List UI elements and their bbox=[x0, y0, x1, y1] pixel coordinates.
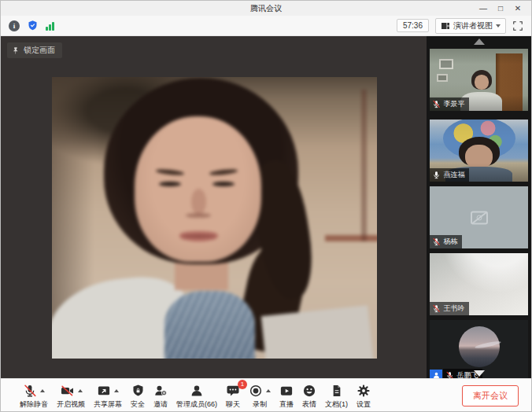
chevron-down-icon bbox=[496, 24, 501, 28]
window-controls: — □ ✕ bbox=[475, 1, 526, 16]
titlebar: 腾讯会议 — □ ✕ bbox=[1, 1, 531, 16]
meeting-window: 腾讯会议 — □ ✕ i 57:36 演讲者视图 bbox=[0, 0, 532, 412]
mic-muted-icon bbox=[23, 384, 37, 398]
gear-icon bbox=[357, 384, 371, 398]
avatar bbox=[459, 326, 500, 367]
minimize-button[interactable]: — bbox=[475, 1, 492, 16]
participant-thumbnail[interactable]: 燕连福 bbox=[430, 120, 528, 182]
live-stream-icon bbox=[279, 384, 294, 398]
network-signal-icon[interactable] bbox=[46, 21, 54, 31]
document-icon bbox=[331, 384, 343, 398]
mic-muted-icon bbox=[432, 100, 441, 109]
chat-button[interactable]: 1 聊天 bbox=[226, 383, 240, 410]
view-mode-button[interactable]: 演讲者视图 bbox=[435, 18, 506, 34]
maximize-button[interactable]: □ bbox=[492, 1, 509, 16]
content-area: 锁定画面 bbox=[1, 36, 531, 378]
main-speaker-video[interactable] bbox=[52, 77, 377, 359]
mic-muted-icon bbox=[432, 304, 441, 313]
participant-name: 王书吟 bbox=[443, 303, 464, 314]
participant-name: 燕连福 bbox=[443, 170, 464, 180]
participant-namebar: 燕连福 bbox=[430, 168, 469, 182]
share-screen-icon bbox=[97, 384, 111, 398]
fullscreen-icon[interactable] bbox=[512, 20, 523, 31]
mic-muted-icon bbox=[432, 237, 441, 246]
scroll-down-icon[interactable] bbox=[474, 370, 485, 377]
mic-muted-icon bbox=[445, 371, 454, 378]
participant-thumbnail[interactable]: 岳鹏飞 bbox=[430, 320, 528, 378]
emoji-icon bbox=[302, 384, 316, 398]
layout-icon bbox=[441, 21, 450, 31]
chat-unread-badge: 1 bbox=[238, 380, 247, 389]
topbar-right: 57:36 演讲者视图 bbox=[397, 18, 523, 34]
pin-view-button[interactable]: 锁定画面 bbox=[7, 42, 62, 58]
view-mode-label: 演讲者视图 bbox=[453, 20, 493, 31]
participant-thumbnail[interactable]: 王书吟 bbox=[430, 253, 528, 315]
members-icon bbox=[190, 384, 204, 398]
self-user-badge-icon bbox=[430, 370, 442, 379]
emoji-button[interactable]: 表情 bbox=[302, 383, 316, 410]
top-toolbar: i 57:36 演讲者视图 bbox=[1, 16, 531, 36]
live-stream-button[interactable]: 直播 bbox=[279, 383, 294, 410]
pin-label: 锁定画面 bbox=[24, 45, 55, 56]
camera-off-icon bbox=[60, 384, 75, 398]
manage-members-button[interactable]: 管理成员(66) bbox=[176, 383, 217, 410]
invite-button[interactable]: 邀请 bbox=[153, 383, 168, 410]
participant-namebar: 杨栋 bbox=[430, 235, 462, 248]
record-icon bbox=[249, 384, 263, 398]
main-video-art bbox=[52, 77, 377, 359]
participant-name: 杨栋 bbox=[443, 237, 457, 247]
start-video-button[interactable]: 开启视频 bbox=[57, 383, 85, 410]
window-title: 腾讯会议 bbox=[1, 3, 531, 14]
pin-icon bbox=[12, 46, 20, 55]
video-options-caret-icon[interactable] bbox=[78, 389, 83, 392]
security-shield-icon[interactable] bbox=[27, 20, 39, 31]
share-options-caret-icon[interactable] bbox=[114, 389, 119, 392]
participant-thumbnail[interactable]: 杨栋 bbox=[430, 186, 528, 248]
record-button[interactable]: 录制 bbox=[249, 383, 271, 410]
scroll-up-icon[interactable] bbox=[474, 39, 485, 45]
close-button[interactable]: ✕ bbox=[509, 1, 526, 16]
participant-name: 李景平 bbox=[443, 99, 464, 109]
unmute-button[interactable]: 解除静音 bbox=[20, 383, 48, 410]
security-button[interactable]: 安全 bbox=[131, 383, 145, 410]
leave-meeting-button[interactable]: 离开会议 bbox=[462, 385, 519, 406]
invite-person-icon bbox=[153, 384, 168, 398]
participant-namebar: 李景平 bbox=[430, 97, 469, 111]
participant-thumbnail[interactable]: 李景平 bbox=[430, 49, 528, 111]
record-options-caret-icon[interactable] bbox=[266, 389, 271, 392]
participant-namebar: 王书吟 bbox=[430, 302, 469, 315]
share-screen-button[interactable]: 共享屏幕 bbox=[94, 383, 122, 410]
bottom-toolbar: 解除静音 开启视频 共享屏幕 bbox=[1, 378, 531, 412]
meeting-info-icon[interactable]: i bbox=[9, 20, 20, 31]
security-lock-shield-icon bbox=[131, 384, 145, 398]
topbar-left: i bbox=[9, 20, 54, 31]
main-stage: 锁定画面 bbox=[1, 36, 427, 378]
meeting-timer: 57:36 bbox=[397, 19, 429, 32]
documents-button[interactable]: 文档(1) bbox=[325, 383, 348, 410]
participants-sidebar: 李景平 燕连福 bbox=[427, 36, 531, 378]
mic-options-caret-icon[interactable] bbox=[40, 389, 45, 392]
mic-on-icon bbox=[432, 171, 441, 179]
settings-button[interactable]: 设置 bbox=[357, 383, 371, 410]
